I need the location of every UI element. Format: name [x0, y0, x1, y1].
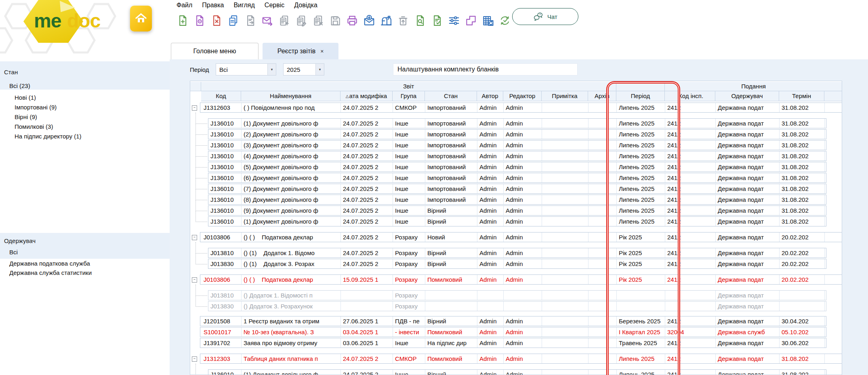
year-filter-select[interactable]: 2025 ▾ [283, 63, 324, 75]
column-header-name[interactable]: Найменування [241, 91, 340, 101]
sidebar-item[interactable]: Державна податкова служба [9, 260, 90, 267]
check-document-icon[interactable] [414, 15, 426, 27]
sidebar-item[interactable]: Імпортовані (9) [15, 104, 57, 111]
chat-button[interactable]: ? ... Чат [512, 8, 578, 25]
year-filter-value: 2025 [284, 66, 315, 73]
tab-close-icon[interactable]: × [320, 48, 324, 54]
sidebar-item[interactable]: Всі (23) [9, 82, 30, 89]
table-row[interactable]: J136010(8) Документ довільного ф24.07.20… [208, 195, 826, 205]
table-row[interactable]: J013830() (1) Додаток 3. Розрах24.07.202… [208, 259, 826, 269]
table-row[interactable]: J136010(5) Документ довільного ф24.07.20… [208, 162, 826, 172]
save-icon[interactable] [329, 15, 341, 27]
forward-report-icon[interactable] [244, 15, 256, 27]
collapse-expand-icon[interactable]: − [192, 356, 197, 362]
collapse-expand-icon[interactable]: − [192, 105, 197, 111]
table-row[interactable]: J12015081 Реєстр виданих та отрим27.06.2… [200, 316, 826, 326]
sidebar-item[interactable]: Нові (1) [15, 94, 36, 101]
column-header-code[interactable]: Код [201, 91, 241, 101]
column-header-insp[interactable]: Код інсп. [665, 91, 715, 101]
cell-group: Розраху [393, 259, 425, 268]
table-row[interactable]: J136010(1) Документ довільного ф24.07.20… [208, 118, 826, 128]
cell-code: J013830 [208, 302, 242, 311]
cell-author: Admin [477, 275, 504, 284]
tab-reports-registry[interactable]: Реєстр звітів× [263, 43, 338, 59]
menu-item-4[interactable]: Сервіс [265, 2, 284, 9]
column-header-term[interactable]: Термін [779, 91, 824, 101]
chevron-down-icon[interactable]: ▾ [315, 64, 324, 75]
column-header-state[interactable]: Стан [425, 91, 477, 101]
column-header-group[interactable]: Група [393, 91, 425, 101]
mailbox-icon[interactable] [380, 15, 392, 27]
cell-filler [825, 248, 842, 258]
table-row[interactable]: J0103806() ( ) Податкова деклар24.07.202… [200, 232, 842, 242]
sidebar-item[interactable]: Помилкові (3) [15, 123, 53, 130]
column-header-receiver[interactable]: Одержувач [715, 91, 779, 101]
table-row[interactable]: J136010(3) Документ довільного ф24.07.20… [208, 140, 826, 150]
add-pages-icon[interactable] [278, 15, 290, 27]
edit-pages-icon[interactable] [295, 15, 307, 27]
templates-icon[interactable] [465, 15, 477, 27]
table-row[interactable]: J136010(4) Документ довільного ф24.07.20… [208, 151, 826, 161]
print-icon[interactable] [346, 15, 358, 27]
table-row[interactable]: J1312303Таблиця даних платника п24.07.20… [200, 354, 842, 364]
column-header-date[interactable]: △ата модифіка [340, 91, 393, 101]
cell-period: Липень 2025 [617, 130, 665, 139]
remove-pages-icon[interactable] [312, 15, 324, 27]
table-row[interactable]: J136010(9) Документ довільного ф24.07.20… [208, 205, 826, 216]
sidebar-item[interactable]: Всі [9, 249, 18, 256]
refresh-table-icon[interactable] [482, 15, 494, 27]
menu-item-5[interactable]: Довідка [294, 2, 317, 9]
table-row[interactable]: J013830() Додаток 3. РозрахунокРозрахуДе… [208, 301, 826, 311]
column-label: ата модифіка [349, 92, 387, 99]
table-row[interactable]: J1312603( ) Повідомлення про под24.07.20… [200, 103, 842, 113]
table-row[interactable]: J1391702Заява про відмову отриму03.06.20… [200, 338, 826, 348]
table-row[interactable]: J136010(2) Документ довільного ф24.07.20… [208, 129, 826, 139]
column-header-author[interactable]: Автор [477, 91, 503, 101]
table-row[interactable]: J136010(1) Документ довільного ф24.07.20… [208, 216, 826, 226]
cell-note [542, 119, 588, 128]
cell-author: Admin [477, 151, 504, 161]
copy-report-icon[interactable] [227, 15, 240, 27]
tab-main-menu[interactable]: Головне меню [171, 43, 259, 59]
send-mail-icon[interactable] [261, 15, 273, 27]
cell-name: () (1) Додаток 1. Відомо [242, 248, 341, 258]
table-row[interactable]: J013810() Додаток 1. Відомості пРозрахуД… [208, 290, 826, 300]
table-row[interactable]: J136010(1) Документ довільного ф24.07.20… [208, 369, 826, 375]
period-filter-select[interactable]: Всі ▾ [216, 63, 276, 75]
menu-item-2[interactable]: Правка [202, 2, 224, 9]
sync-check-icon[interactable] [499, 15, 511, 27]
column-header-editor[interactable]: Редактор [503, 91, 542, 101]
column-header-period[interactable]: Період [616, 91, 665, 101]
table-row[interactable]: S1001017№ 10-зез (квартальна). З03.04.20… [200, 327, 826, 337]
collapse-expand-icon[interactable]: − [192, 235, 197, 240]
cell-editor: Admin [504, 173, 542, 182]
cell-name: № 10-зез (квартальна). З [242, 327, 341, 337]
table-row[interactable]: J136010(6) Документ довільного ф24.07.20… [208, 173, 826, 183]
cell-name: (5) Документ довільного ф [242, 162, 341, 172]
sidebar-item[interactable]: Вірні (9) [15, 113, 37, 120]
table-row[interactable]: J0103806() ( ) Податкова деклар15.09.202… [200, 274, 842, 285]
filter-settings-icon[interactable] [448, 15, 460, 27]
verify-report-icon[interactable] [431, 15, 443, 27]
cell-group: Інше [393, 217, 425, 226]
delete-report-icon[interactable] [210, 15, 223, 27]
new-report-icon[interactable] [177, 15, 189, 27]
menu-item-3[interactable]: Вигляд [233, 2, 254, 9]
blanks-setup-button[interactable]: Налаштування комплекту бланків [393, 63, 578, 75]
collapse-expand-icon[interactable]: − [192, 277, 197, 283]
receive-mail-icon[interactable] [363, 15, 375, 27]
cell-term: 31.08.202 [780, 354, 825, 363]
column-header-note[interactable]: Примітка [542, 91, 588, 101]
sidebar-item[interactable]: Державна служба статистики [9, 269, 92, 276]
cell-author [477, 291, 504, 300]
table-row[interactable]: J013810() (1) Додаток 1. Відомо24.07.202… [208, 248, 826, 258]
export-icon[interactable] [397, 15, 409, 27]
table-row[interactable]: J136010(7) Документ довільного ф24.07.20… [208, 184, 826, 194]
sidebar-item[interactable]: На підпис директору (1) [15, 133, 81, 140]
open-report-icon[interactable] [193, 15, 206, 27]
chevron-down-icon[interactable]: ▾ [267, 64, 276, 75]
menu-item-1[interactable]: Файл [177, 2, 192, 9]
home-button[interactable] [130, 6, 152, 31]
column-header-archive[interactable]: Архів [588, 91, 616, 101]
cell-group: Інше [393, 151, 425, 161]
